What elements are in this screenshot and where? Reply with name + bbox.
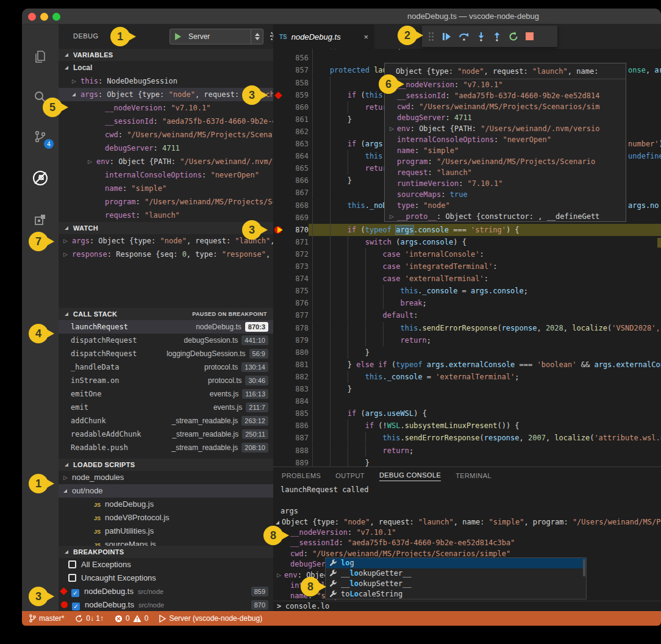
breakpoint-gutter[interactable] [273, 150, 287, 162]
collapsed-arrow-icon[interactable]: ▷ [390, 215, 394, 218]
close-window-button[interactable] [28, 13, 36, 21]
tree-row[interactable]: name: "simple" [59, 182, 273, 195]
expanded-arrow-icon[interactable] [63, 489, 67, 493]
breakpoint-gutter[interactable] [273, 64, 287, 76]
code-line-881[interactable]: 881} else if (typeof args.externalConsol… [273, 359, 661, 371]
debug-icon[interactable] [30, 168, 50, 188]
hover-property-row[interactable]: ▷__proto__: Object {constructor: , __def… [385, 211, 626, 222]
tree-row[interactable]: internalConsoleOptions: "neverOpen" [59, 168, 273, 182]
breakpoint-gutter[interactable] [273, 346, 287, 359]
step-into-icon[interactable] [477, 32, 485, 41]
section-header[interactable]: BREAKPOINTS [59, 546, 273, 558]
git-branch-item[interactable]: master* [29, 614, 64, 623]
call-stack-frame[interactable]: dispatchRequestdebugSession.ts441:10 [59, 334, 273, 347]
panel-tab-output[interactable]: OUTPUT [335, 472, 365, 481]
code-line-888[interactable]: 888return; [273, 445, 661, 457]
breakpoint-gutter[interactable] [273, 199, 287, 212]
tab-close-icon[interactable]: × [363, 32, 368, 41]
breakpoint-row[interactable]: All Exceptions [59, 558, 273, 571]
breakpoint-gutter[interactable] [273, 407, 287, 420]
loaded-script-row[interactable]: ▷node_modules [59, 471, 273, 484]
code-line-878[interactable]: 878this.sendErrorResponse(response, 2028… [273, 322, 661, 334]
code-line-874[interactable]: 874case 'externalTerminal': [273, 273, 661, 285]
collapsed-arrow-icon[interactable]: ▷ [63, 239, 68, 243]
breakpoint-gutter[interactable] [273, 457, 287, 467]
call-stack-frame[interactable]: addChunk_stream_readable.js263:12 [59, 414, 273, 428]
hover-property-row[interactable]: request: "launch" [385, 167, 626, 178]
breakpoint-gutter[interactable] [273, 395, 287, 407]
debug-session-item[interactable]: Server (vscode-node-debug) [159, 614, 262, 623]
hover-property-row[interactable]: debugServer: 4711 [385, 112, 626, 123]
breakpoint-gutter[interactable] [273, 113, 287, 126]
call-stack-frame[interactable]: launchRequestnodeDebug.ts870:3 [59, 320, 273, 334]
code-line-870[interactable]: 870if (typeof args.console === 'string')… [273, 224, 661, 236]
tree-row[interactable]: program: "/Users/weinand/MS/Projects/Sce… [59, 195, 273, 209]
call-stack-frame[interactable]: _handleDataprotocol.ts130:14 [59, 360, 273, 374]
tree-row[interactable]: __nodeVersion: "v7.10.1" [59, 101, 273, 115]
hover-property-row[interactable]: program: "/Users/weinand/MS/Projects/Sce… [385, 156, 626, 167]
breakpoint-row[interactable]: Uncaught Exceptions [59, 571, 273, 585]
grip-icon[interactable] [428, 32, 434, 41]
restart-icon[interactable] [509, 32, 518, 41]
tree-row[interactable]: ▷env: Object {PATH: "/Users/weinand/.nvm… [59, 155, 273, 168]
call-stack-frame[interactable]: dispatchRequestloggingDebugSession.ts56:… [59, 347, 273, 360]
breakpoint-checkbox[interactable] [68, 574, 76, 582]
breakpoint-gutter[interactable] [273, 334, 287, 346]
panel-tab-problems[interactable]: PROBLEMS [282, 472, 321, 481]
code-line-883[interactable]: 883} [273, 383, 661, 395]
stop-icon[interactable] [526, 32, 534, 40]
console-row[interactable]: args [273, 506, 661, 517]
tree-row[interactable]: ▷response: Response {seq: 0, type: "resp… [59, 248, 273, 261]
breakpoint-gutter[interactable] [273, 212, 287, 224]
breakpoint-gutter[interactable] [273, 248, 287, 260]
code-line-886[interactable]: 886if (!WSL.subsystemLinuxPresent()) { [273, 420, 661, 432]
problems-item[interactable]: 0 0 [115, 614, 148, 623]
breakpoint-gutter[interactable] [273, 89, 287, 101]
suggest-item-lookupGetter[interactable]: __lookupGetter__ [326, 568, 586, 579]
git-sync-item[interactable]: 0↓ 1↑ [75, 614, 104, 623]
console-row[interactable]: Object {type: "node", request: "launch",… [273, 517, 661, 528]
call-stack-frame[interactable]: Readable.push_stream_readable.js208:10 [59, 441, 273, 454]
suggest-item-log[interactable]: log [326, 558, 586, 568]
breakpoint-gutter[interactable] [273, 52, 287, 64]
hover-property-row[interactable]: name: "simple" [385, 145, 626, 156]
breakpoint-row[interactable]: ✓nodeDebug.tssrc/node870 [59, 598, 273, 611]
tree-row[interactable]: ▷this: NodeDebugSession [59, 74, 273, 88]
panel-tab-terminal[interactable]: TERMINAL [456, 472, 491, 481]
tree-row[interactable]: __sessionId: "aeda75fb-637d-4660-9b2e-ee… [59, 115, 273, 128]
hover-property-row[interactable]: runtimeVersion: "7.10.1" [385, 178, 626, 189]
loaded-script-row[interactable]: out/node [59, 484, 273, 498]
panel-tab-debug-console[interactable]: DEBUG CONSOLE [379, 471, 441, 481]
breakpoint-gutter[interactable] [273, 162, 287, 174]
call-stack-frame[interactable]: emitevents.js211:7 [59, 401, 273, 414]
breakpoint-gutter[interactable] [273, 138, 287, 150]
breakpoint-checkbox[interactable]: ✓ [72, 603, 80, 610]
code-line-872[interactable]: 872case 'internalConsole': [273, 248, 661, 260]
code-line-876[interactable]: 876break; [273, 297, 661, 309]
collapsed-arrow-icon[interactable]: ▷ [390, 127, 394, 131]
zoom-window-button[interactable] [52, 13, 60, 21]
breakpoint-gutter[interactable] [273, 322, 287, 334]
debug-console-input[interactable]: > console.lo [273, 601, 661, 611]
launch-config-select[interactable]: Server [170, 29, 263, 45]
expanded-arrow-icon[interactable] [276, 521, 279, 524]
code-line-879[interactable]: 879return; [273, 334, 661, 346]
code-line-884[interactable]: 884 [273, 395, 661, 407]
tree-row[interactable]: cwd: "/Users/weinand/MS/Projects/Scenari… [59, 128, 273, 141]
console-row[interactable] [273, 496, 661, 506]
section-header[interactable]: CALL STACKPAUSED ON BREAKPOINT [59, 308, 273, 320]
call-stack-frame[interactable]: readableAddChunk_stream_readable.js250:1… [59, 428, 273, 441]
breakpoint-gutter[interactable] [273, 371, 287, 383]
step-out-icon[interactable] [493, 32, 501, 41]
tree-row[interactable]: ▷args: Object {type: "node", request: "l… [59, 234, 273, 248]
suggest-item-lookupSetter[interactable]: __lookupSetter__ [326, 579, 586, 589]
breakpoint-gutter[interactable] [273, 224, 287, 236]
hover-property-row[interactable]: __nodeVersion: "v7.10.1" [385, 79, 626, 90]
code-line-880[interactable]: 880} [273, 346, 661, 359]
hover-property-row[interactable]: type: "node" [385, 200, 626, 211]
console-row[interactable]: __nodeVersion: "v7.10.1" [273, 528, 661, 538]
extensions-icon[interactable] [30, 210, 50, 229]
collapsed-arrow-icon[interactable]: ▷ [88, 160, 92, 163]
collapsed-arrow-icon[interactable]: ▷ [63, 476, 68, 479]
breakpoint-gutter[interactable] [273, 309, 287, 321]
